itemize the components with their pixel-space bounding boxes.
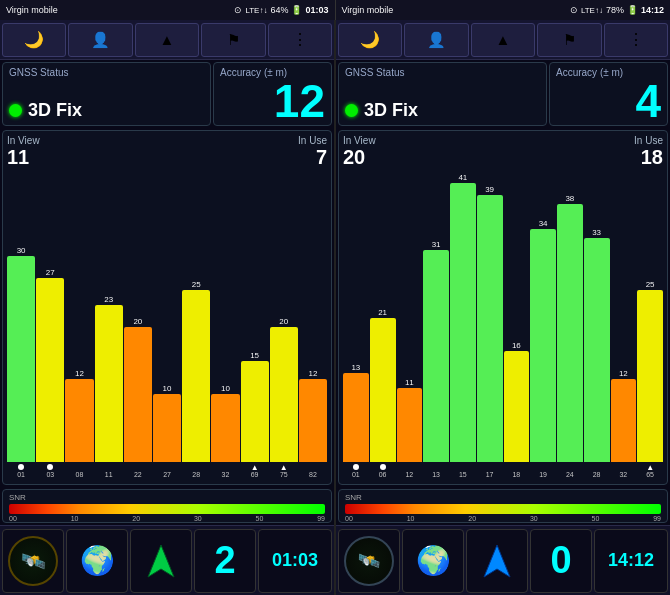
sat-map-btn-left[interactable]: 🛰️	[2, 529, 64, 593]
status-bar-left: Virgin mobile ⊙ LTE↑↓ ⊙ LTE↑↓ 64% 🔋 64% …	[0, 0, 336, 20]
toolbar-btn-navigate-r[interactable]: ▲	[471, 23, 535, 57]
status-dot-left	[9, 104, 22, 117]
arrow-btn-left[interactable]	[130, 529, 192, 593]
right-panel: 🌙 👤 ▲ ⚑ ⋮ GNSS Status 3D Fix Accuracy (±…	[336, 20, 670, 595]
sat-map-btn-right[interactable]: 🛰️	[338, 529, 400, 593]
chart-col: 1301	[343, 171, 369, 478]
chart-col: 20▲75	[270, 171, 298, 478]
toolbar-btn-more[interactable]: ⋮	[268, 23, 332, 57]
in-use-label-left: In Use	[298, 135, 327, 146]
gnss-label-right: GNSS Status	[345, 67, 540, 78]
time-right: 14:12	[594, 529, 668, 593]
svg-marker-0	[148, 545, 174, 577]
status-bar-right: Virgin mobile ⊙ LTE↑↓ 78% 🔋 14:12	[336, 0, 671, 20]
toolbar-btn-flag[interactable]: ⚑	[201, 23, 265, 57]
toolbar-btn-navigate[interactable]: ▲	[135, 23, 199, 57]
status-dot-right	[345, 104, 358, 117]
chart-col: 2703	[36, 171, 64, 478]
right-toolbar: 🌙 👤 ▲ ⚑ ⋮	[336, 20, 670, 60]
chart-col: 1112	[397, 171, 423, 478]
chart-col: 2528	[182, 171, 210, 478]
toolbar-btn-moon[interactable]: 🌙	[2, 23, 66, 57]
chart-col: 1032	[211, 171, 239, 478]
arrow-btn-right[interactable]	[466, 529, 528, 593]
in-use-val-right: 18	[634, 146, 663, 169]
chart-col: 3419	[530, 171, 556, 478]
accuracy-value-right: 4	[556, 78, 661, 124]
gnss-status-right: GNSS Status 3D Fix	[338, 62, 547, 126]
snr-label-left: SNR	[9, 493, 325, 502]
toolbar-btn-more-r[interactable]: ⋮	[604, 23, 668, 57]
number-right: 0	[530, 529, 592, 593]
chart-col: 3113	[423, 171, 449, 478]
toolbar-btn-person-r[interactable]: 👤	[404, 23, 468, 57]
bottom-bar-right: 🛰️ 🌍 0 14:12	[336, 525, 670, 595]
chart-col: 15▲69	[241, 171, 269, 478]
number-left: 2	[194, 529, 256, 593]
chart-right: In View 20 In Use 18 1301210611123113411…	[338, 130, 668, 485]
time-left: 01:03	[258, 529, 332, 593]
in-view-label-right: In View	[343, 135, 376, 146]
toolbar-btn-flag-r[interactable]: ⚑	[537, 23, 601, 57]
chart-col: 1208	[65, 171, 93, 478]
gnss-status-text-right: 3D Fix	[364, 100, 418, 121]
in-view-val-left: 11	[7, 146, 40, 169]
left-toolbar: 🌙 👤 ▲ ⚑ ⋮	[0, 20, 334, 60]
toolbar-btn-person[interactable]: 👤	[68, 23, 132, 57]
snr-right: SNR 00 10 20 30 50 99	[338, 489, 668, 523]
in-view-label-left: In View	[7, 135, 40, 146]
left-panel: 🌙 👤 ▲ ⚑ ⋮ GNSS Status 3D Fix Accuracy (±…	[0, 20, 336, 595]
chart-col: 1027	[153, 171, 181, 478]
chart-left: In View 11 In Use 7 30012703120823112022…	[2, 130, 332, 485]
chart-col: 2022	[124, 171, 152, 478]
snr-label-right: SNR	[345, 493, 661, 502]
chart-col: 3328	[584, 171, 610, 478]
svg-marker-1	[484, 545, 510, 577]
world-map-btn-left[interactable]: 🌍	[66, 529, 128, 593]
gnss-status-text-left: 3D Fix	[28, 100, 82, 121]
chart-col: 2106	[370, 171, 396, 478]
chart-col: 25▲65	[637, 171, 663, 478]
in-use-label-right: In Use	[634, 135, 663, 146]
chart-col: 1282	[299, 171, 327, 478]
chart-col: 3824	[557, 171, 583, 478]
accuracy-value-left: 12	[220, 78, 325, 124]
chart-col: 1618	[504, 171, 530, 478]
chart-col: 3917	[477, 171, 503, 478]
accuracy-left: Accuracy (± m) 12	[213, 62, 332, 126]
world-map-btn-right[interactable]: 🌍	[402, 529, 464, 593]
chart-col: 4115	[450, 171, 476, 478]
chart-col: 2311	[95, 171, 123, 478]
bottom-bar-left: 🛰️ 🌍 2 01:03	[0, 525, 334, 595]
gnss-status-left: GNSS Status 3D Fix	[2, 62, 211, 126]
accuracy-right: Accuracy (± m) 4	[549, 62, 668, 126]
in-view-val-right: 20	[343, 146, 376, 169]
toolbar-btn-moon-r[interactable]: 🌙	[338, 23, 402, 57]
gnss-label-left: GNSS Status	[9, 67, 204, 78]
snr-left: SNR 00 10 20 30 50 99	[2, 489, 332, 523]
chart-col: 3001	[7, 171, 35, 478]
chart-col: 1232	[611, 171, 637, 478]
in-use-val-left: 7	[298, 146, 327, 169]
